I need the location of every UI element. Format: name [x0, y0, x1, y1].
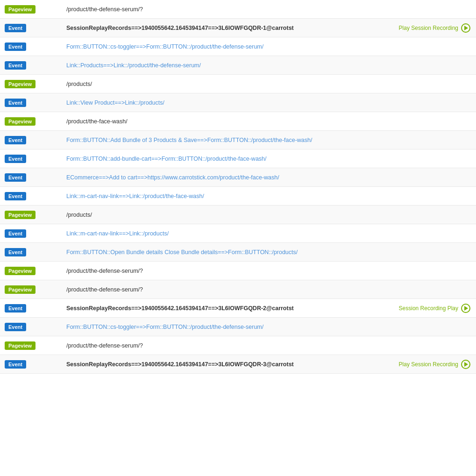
- action-cell-empty: [387, 323, 476, 331]
- badge-cell: Event: [0, 57, 61, 73]
- play-session-button[interactable]: Play Session Recording: [399, 360, 470, 369]
- play-icon: [461, 360, 470, 369]
- action-cell-empty: [387, 118, 476, 125]
- action-cell-empty: [387, 192, 476, 200]
- badge-cell: Pageview: [0, 263, 61, 279]
- row-content: Link::View Product==>Link::/products/: [61, 96, 387, 110]
- pageview-badge: Pageview: [5, 117, 36, 126]
- badge-cell: Pageview: [0, 207, 61, 223]
- row-content: SessionReplayRecords==>1940055642.164539…: [61, 21, 387, 35]
- play-triangle-icon: [464, 362, 468, 367]
- table-row: EventForm::BUTTON::add-bundle-cart==>For…: [0, 149, 476, 168]
- event-badge: Event: [5, 248, 26, 256]
- row-content: Link::m-cart-nav-link==>Link::/product/t…: [61, 189, 387, 203]
- row-content: Form::BUTTON::cs-toggler==>Form::BUTTON:…: [61, 320, 387, 334]
- timeline-container: Pageview/product/the-defense-serum/?Even…: [0, 0, 476, 374]
- badge-cell: Event: [0, 170, 61, 185]
- row-content: /product/the-defense-serum/?: [61, 283, 387, 297]
- play-session-button[interactable]: Session Recording Play: [399, 304, 470, 313]
- table-row: EventLink::View Product==>Link::/product…: [0, 93, 476, 112]
- row-content: /products/: [61, 208, 387, 222]
- event-badge: Event: [5, 229, 26, 238]
- action-cell-empty: [387, 43, 476, 50]
- table-row: EventLink::Products==>Link::/product/the…: [0, 56, 476, 75]
- badge-cell: Event: [0, 300, 61, 316]
- badge-cell: Event: [0, 132, 61, 148]
- row-content: /product/the-defense-serum/?: [61, 2, 387, 16]
- table-row: EventLink::m-cart-nav-link==>Link::/prod…: [0, 224, 476, 243]
- action-cell-empty: [387, 62, 476, 69]
- pageview-badge: Pageview: [5, 285, 36, 294]
- table-row: EventSessionReplayRecords==>1940055642.1…: [0, 355, 476, 374]
- table-row: EventForm::BUTTON::cs-toggler==>Form::BU…: [0, 318, 476, 336]
- table-row: Pageview/product/the-face-wash/: [0, 112, 476, 131]
- play-session-button[interactable]: Play Session Recording: [399, 23, 470, 33]
- row-content: /product/the-face-wash/: [61, 114, 387, 128]
- event-badge: Event: [5, 304, 26, 313]
- event-badge: Event: [5, 155, 26, 163]
- play-triangle-icon: [464, 26, 468, 30]
- row-content: SessionReplayRecords==>1940055642.164539…: [61, 357, 387, 371]
- badge-cell: Event: [0, 356, 61, 372]
- badge-cell: Event: [0, 151, 61, 167]
- table-row: EventSessionReplayRecords==>1940055642.1…: [0, 19, 476, 37]
- pageview-badge: Pageview: [5, 267, 36, 275]
- row-content: Form::BUTTON::Open Bundle details Close …: [61, 245, 387, 259]
- event-badge: Event: [5, 173, 26, 182]
- pageview-badge: Pageview: [5, 5, 36, 14]
- table-row: Pageview/product/the-defense-serum/?: [0, 262, 476, 280]
- row-content: Form::BUTTON::cs-toggler==>Form::BUTTON:…: [61, 40, 387, 54]
- action-cell-empty: [387, 6, 476, 13]
- row-content: Form::BUTTON::Add Bundle of 3 Products &…: [61, 133, 387, 147]
- badge-cell: Event: [0, 244, 61, 260]
- badge-cell: Event: [0, 226, 61, 242]
- play-session-label: Play Session Recording: [399, 361, 458, 368]
- event-badge: Event: [5, 61, 26, 70]
- action-cell-empty: [387, 136, 476, 144]
- badge-cell: Event: [0, 20, 61, 36]
- badge-cell: Pageview: [0, 1, 61, 17]
- pageview-badge: Pageview: [5, 341, 36, 350]
- action-cell-empty: [387, 174, 476, 181]
- row-content: Link::m-cart-nav-link==>Link::/products/: [61, 227, 387, 241]
- play-triangle-icon: [464, 306, 468, 311]
- event-badge: Event: [5, 323, 26, 331]
- action-cell-empty: [387, 80, 476, 88]
- badge-cell: Pageview: [0, 338, 61, 354]
- action-cell-empty: [387, 342, 476, 349]
- action-cell-empty: [387, 99, 476, 107]
- badge-cell: Event: [0, 95, 61, 111]
- badge-cell: Pageview: [0, 114, 61, 129]
- table-row: EventSessionReplayRecords==>1940055642.1…: [0, 299, 476, 318]
- row-content: ECommerce==>Add to cart==>https://www.ca…: [61, 171, 387, 185]
- pageview-badge: Pageview: [5, 80, 36, 88]
- table-row: EventForm::BUTTON::Add Bundle of 3 Produ…: [0, 131, 476, 149]
- row-content: /products/: [61, 77, 387, 91]
- action-cell: Play Session Recording: [387, 20, 476, 36]
- table-row: EventECommerce==>Add to cart==>https://w…: [0, 168, 476, 187]
- action-cell: Session Recording Play: [387, 300, 476, 317]
- table-row: Pageview/product/the-defense-serum/?: [0, 336, 476, 355]
- badge-cell: Event: [0, 319, 61, 335]
- action-cell: Play Session Recording: [387, 356, 476, 373]
- event-badge: Event: [5, 192, 26, 200]
- table-row: Pageview/products/: [0, 206, 476, 224]
- event-badge: Event: [5, 360, 26, 369]
- action-cell-empty: [387, 267, 476, 275]
- badge-cell: Pageview: [0, 76, 61, 92]
- row-content: Form::BUTTON::add-bundle-cart==>Form::BU…: [61, 152, 387, 166]
- event-badge: Event: [5, 43, 26, 51]
- event-badge: Event: [5, 24, 26, 32]
- row-content: SessionReplayRecords==>1940055642.164539…: [61, 301, 387, 315]
- table-row: EventForm::BUTTON::Open Bundle details C…: [0, 243, 476, 262]
- action-cell-empty: [387, 230, 476, 237]
- action-cell-empty: [387, 286, 476, 293]
- play-session-label: Session Recording Play: [399, 305, 458, 312]
- play-session-label: Play Session Recording: [399, 25, 458, 31]
- action-cell-empty: [387, 249, 476, 256]
- badge-cell: Pageview: [0, 282, 61, 298]
- badge-cell: Event: [0, 188, 61, 204]
- table-row: EventLink::m-cart-nav-link==>Link::/prod…: [0, 187, 476, 206]
- row-content: /product/the-defense-serum/?: [61, 264, 387, 278]
- row-content: Link::Products==>Link::/product/the-defe…: [61, 58, 387, 72]
